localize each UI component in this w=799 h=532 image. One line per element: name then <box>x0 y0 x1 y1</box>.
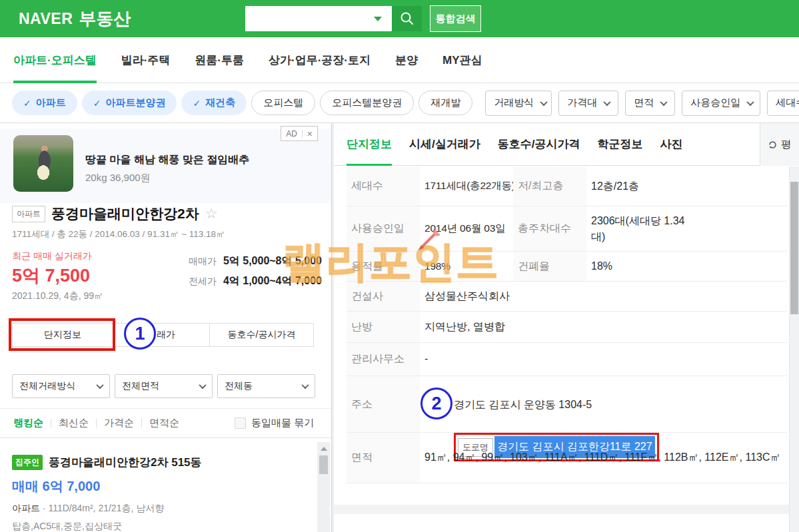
sort-bar: 랭킹순 최신순 가격순 면적순 동일매물 묶기 <box>0 408 331 438</box>
bundle-label: 동일매물 묶기 <box>251 417 314 429</box>
unified-search-button[interactable]: 통합검색 <box>430 5 481 32</box>
scrollbar-thumb[interactable] <box>790 182 798 314</box>
row-value: - <box>420 343 787 376</box>
nav-tab-bunyang[interactable]: 분양 <box>395 37 418 83</box>
filter-chip-officetel-bunyang[interactable]: 오피스텔분양권 <box>320 91 414 115</box>
chevron-down-icon <box>199 382 206 389</box>
select-trade-type[interactable]: 전체거래방식 <box>12 374 110 398</box>
naver-logo[interactable]: NAVER 부동산 <box>19 0 131 37</box>
sort-area[interactable]: 면적순 <box>149 417 179 429</box>
scroll-up-arrow-icon[interactable] <box>321 447 327 451</box>
bundle-checkbox[interactable] <box>235 417 246 429</box>
property-name: 풍경마을래미안한강2차 <box>51 204 199 223</box>
dropdown-label: 세대수 <box>776 97 799 109</box>
tab-photos[interactable]: 사진 <box>660 123 682 165</box>
dropdown-label: 사용승인일 <box>690 97 740 109</box>
sort-price[interactable]: 가격순 <box>104 417 134 429</box>
filter-dropdown-approval-date[interactable]: 사용승인일 <box>682 91 760 116</box>
ad-title[interactable]: 땅끝 마을 해남 해풍 맞은 절임배추 <box>85 153 249 167</box>
ad-image[interactable] <box>13 135 73 192</box>
filter-dropdown-trade-type[interactable]: 거래방식 <box>485 91 552 116</box>
ad-close-icon[interactable]: × <box>307 129 313 139</box>
annotation-circle-1: 1 <box>124 318 156 350</box>
nav-tab-villa-house[interactable]: 빌라·주택 <box>121 37 171 83</box>
listing-item[interactable]: 집주인 풍경마을래미안한강2차 515동 매매 6억 7,000 아파트 · 1… <box>12 455 309 532</box>
filter-chip-officetel[interactable]: 오피스텔 <box>251 91 315 115</box>
filter-chip-label: 아파트분양권 <box>105 97 165 109</box>
sort-ranking[interactable]: 랭킹순 <box>13 417 43 429</box>
sale-label: 매매가 <box>189 256 217 266</box>
nav-tab-commercial[interactable]: 상가·업무·공장·토지 <box>269 37 371 83</box>
filter-chip-apt-bunyang[interactable]: 아파트분양권 <box>82 91 177 115</box>
table-row: 난방 지역난방, 열병합 <box>347 312 787 343</box>
dropdown-label: 거래방식 <box>494 97 534 109</box>
filter-dropdown-price[interactable]: 가격대 <box>558 91 618 116</box>
row-label: 총주차대수 <box>513 206 586 251</box>
table-row: 사용승인일 2014년 06월 03일 총주차대수 2306대(세대당 1.34… <box>347 206 787 252</box>
search-input[interactable] <box>251 7 371 29</box>
dropdown-label: 가격대 <box>567 97 597 109</box>
filter-chip-apt[interactable]: 아파트 <box>12 91 77 115</box>
table-row: 용적률 198% 건폐율 18% <box>347 252 787 282</box>
select-dong[interactable]: 전체동 <box>217 374 315 398</box>
dongho-price-button[interactable]: 동호수/공시가격 <box>209 323 314 347</box>
filter-chip-redevelop[interactable]: 재개발 <box>418 91 472 115</box>
filter-dropdown-households[interactable]: 세대수 <box>767 91 799 116</box>
tab-complex-info[interactable]: 단지정보 <box>347 123 392 165</box>
nav-tab-apt-officetel[interactable]: 아파트·오피스텔 <box>13 37 97 83</box>
tab-dongho-price[interactable]: 동호수/공시가격 <box>498 123 580 165</box>
row-value: 1711세대(총22개동) <box>420 166 513 206</box>
right-scrollbar[interactable] <box>789 166 799 532</box>
select-area[interactable]: 전체면적 <box>115 374 213 398</box>
left-scrollbar[interactable] <box>317 442 330 532</box>
property-summary: 1711세대 / 총 22동 / 2014.06.03 / 91.31㎡ ~ 1… <box>12 228 225 240</box>
ad-badge: AD × <box>281 126 318 141</box>
annotation-circle-2: 2 <box>420 388 452 419</box>
row-label: 세대수 <box>347 166 420 206</box>
pyeong-toggle-button[interactable]: 평 <box>760 123 799 166</box>
scrollbar-thumb[interactable] <box>319 455 328 474</box>
row-value: 18% <box>586 252 787 281</box>
unified-search-label: 통합검색 <box>436 13 476 25</box>
tab-market-price[interactable]: 시세/실거래가 <box>409 123 480 165</box>
chevron-down-icon <box>540 98 548 105</box>
select-label: 전체거래방식 <box>19 380 75 392</box>
filter-dropdown-area[interactable]: 면적 <box>625 91 675 116</box>
price-ranges: 매매가 5억 5,000~8억 5,000 전세가 4억 1,000~4억 7,… <box>189 254 322 294</box>
row-label: 면적 <box>347 433 420 483</box>
ad-label: AD <box>286 129 297 138</box>
nav-tab-oneroom[interactable]: 원룸·투룸 <box>195 37 244 83</box>
filter-bar: 아파트 아파트분양권 재건축 오피스텔 오피스텔분양권 재개발 거래방식 가격대… <box>0 83 799 123</box>
filter-chip-rebuild[interactable]: 재건축 <box>181 91 247 115</box>
tab-school-info[interactable]: 학군정보 <box>597 123 642 165</box>
brand-naver: NAVER <box>19 10 73 28</box>
chevron-down-icon <box>301 382 309 389</box>
complex-info-button[interactable]: 단지정보 <box>12 323 113 347</box>
listing-spec-type: 아파트 <box>12 503 40 513</box>
row-label: 주소 <box>347 376 420 432</box>
table-row: 면적 91㎡, 94㎡, 99㎡, 103㎡, 111A㎡, 111D㎡, 11… <box>347 433 787 483</box>
detail-panel: 단지정보 시세/실거래가 동호수/공시가격 학군정보 사진 평 세대수 1711… <box>334 123 799 532</box>
listing-spec-detail: · 111D/84m², 21/21층, 남서향 <box>40 503 164 513</box>
owner-badge: 집주인 <box>12 455 43 470</box>
divider <box>96 419 97 427</box>
favorite-star-icon[interactable]: ☆ <box>205 206 218 222</box>
table-row: 건설사 삼성물산주식회사 <box>347 282 787 312</box>
property-title-row: 아파트 풍경마을래미안한강2차 ☆ <box>12 204 218 223</box>
ad-price: 20kg 36,900원 <box>85 172 151 184</box>
magnifier-icon <box>399 11 415 27</box>
search-dropdown-arrow-icon[interactable] <box>374 17 382 21</box>
left-panel: AD × 땅끝 마을 해남 해풍 맞은 절임배추 20kg 36,900원 아파… <box>0 123 331 532</box>
row-value: 지역난방, 열병합 <box>420 312 787 342</box>
sort-newest[interactable]: 최신순 <box>59 417 89 429</box>
nav-tab-my-interest[interactable]: MY관심 <box>442 37 482 83</box>
chevron-down-icon <box>660 98 668 105</box>
bundle-toggle: 동일매물 묶기 <box>235 417 314 429</box>
filter-chip-label: 오피스텔분양권 <box>332 97 402 109</box>
table-row: 세대수 1711세대(총22개동) 저/최고층 12층/21층 <box>347 166 787 206</box>
filter-chip-label: 아파트 <box>36 97 66 109</box>
search-button[interactable] <box>392 6 422 31</box>
listing-spec: 아파트 · 111D/84m², 21/21층, 남서향 <box>12 503 309 515</box>
section-gap <box>334 505 789 514</box>
recent-trade-label: 최근 매매 실거래가 <box>12 250 92 262</box>
